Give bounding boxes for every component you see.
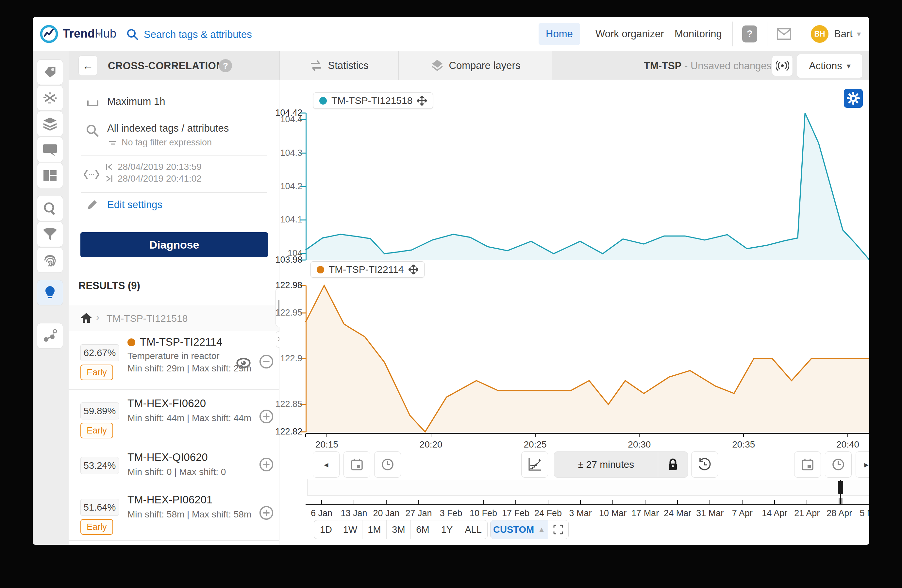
zoom-6m-button[interactable]: 6M: [411, 521, 435, 539]
broadcast-button[interactable]: [772, 55, 793, 76]
zoom-1m-button[interactable]: 1M: [362, 521, 387, 539]
divider: [767, 22, 767, 46]
y-tick-label: 103.98: [272, 255, 302, 265]
brand-chevron-down-icon[interactable]: ▾: [97, 30, 101, 39]
trend-chart-ti22114[interactable]: 122.98122.95122.9122.85122.82: [305, 286, 869, 432]
rail-calculations-icon[interactable]: [37, 86, 63, 110]
step-forward-button[interactable]: ▸: [856, 452, 869, 478]
search-input[interactable]: Search tags & attributes: [144, 29, 252, 41]
brand-name[interactable]: TrendHub: [63, 27, 116, 41]
zoom-3m-button[interactable]: 3M: [387, 521, 411, 539]
zoom-1d-button[interactable]: 1D: [314, 521, 338, 539]
time-range-button[interactable]: ± 27 minutes: [554, 452, 688, 478]
rail-filter-icon[interactable]: [37, 222, 63, 247]
chart-settings-button[interactable]: [844, 89, 863, 108]
compare-layers-button[interactable]: Compare layers: [399, 51, 552, 80]
search-window-value[interactable]: Maximum 1h: [107, 96, 165, 108]
calendar-button[interactable]: [343, 452, 370, 478]
zoom-1w-button[interactable]: 1W: [338, 521, 362, 539]
user-chevron-down-icon[interactable]: ▾: [857, 30, 861, 39]
rail-layout-icon[interactable]: [37, 163, 63, 188]
tab-monitoring[interactable]: Monitoring: [667, 23, 729, 45]
fit-view-button[interactable]: [548, 521, 568, 539]
calendar-button[interactable]: [794, 452, 821, 478]
y-tick-label: 104.4: [272, 114, 302, 125]
home-icon[interactable]: [80, 312, 92, 324]
trend-chart-ti121518[interactable]: 104.42104.4104.3104.2104.1104103.98: [305, 113, 869, 260]
tag-scope-value[interactable]: All indexed tags / attributes: [107, 122, 229, 134]
rail-recommendations-icon[interactable]: [37, 280, 63, 305]
x-tick-label: 20:35: [724, 439, 763, 450]
actions-button[interactable]: Actions ▾: [797, 54, 863, 78]
series-legend[interactable]: TM-TSP-TI121518: [313, 92, 433, 109]
add-circle-icon[interactable]: [259, 457, 274, 472]
x-tick: [847, 434, 848, 437]
diagnose-button[interactable]: Diagnose: [80, 232, 268, 257]
custom-range-button[interactable]: CUSTOM▲: [490, 521, 548, 539]
panel-help-icon[interactable]: ?: [219, 59, 232, 72]
timeline-scrubber-grip[interactable]: [839, 498, 842, 504]
step-back-button[interactable]: ◂: [313, 452, 340, 478]
range-start-value[interactable]: 28/04/2019 20:13:59: [117, 162, 202, 172]
tab-work-organizer[interactable]: Work organizer: [588, 23, 671, 45]
result-shift: Min shift: 0 | Max shift: 0: [127, 466, 268, 478]
x-tick-label: 20:20: [412, 439, 451, 450]
timeline-tick: [418, 500, 419, 504]
x-tick: [431, 434, 431, 437]
zoom-all-button[interactable]: ALL: [459, 521, 487, 539]
result-tag: TM-HEX-QI0620: [127, 451, 208, 463]
gear-icon: [847, 92, 860, 105]
timeline-tick: [386, 500, 387, 504]
timeline-preview-band[interactable]: [307, 479, 869, 496]
y-tick-label: 122.98: [272, 280, 302, 291]
chart-area: TM-TSP-TI121518 TM-TSP-TI22114 104.42104…: [279, 80, 869, 545]
range-end-value[interactable]: 28/04/2019 20:41:02: [117, 174, 202, 184]
result-card[interactable]: TM-HEX-PI06202: [69, 540, 279, 545]
back-button[interactable]: ←: [78, 56, 97, 76]
timeline-tick: [451, 500, 451, 504]
move-icon[interactable]: [409, 264, 418, 274]
rail-search-icon[interactable]: [37, 196, 63, 221]
move-icon[interactable]: [417, 96, 427, 105]
trend-compare-button[interactable]: [521, 452, 548, 478]
tag-filter-value: No tag filter expression: [122, 138, 212, 148]
user-name[interactable]: Bart: [834, 28, 853, 40]
lock-icon[interactable]: [658, 452, 687, 477]
avatar[interactable]: BH: [811, 25, 828, 43]
result-card[interactable]: 51.64% Early TM-HEX-PI06201 Min shift: 5…: [69, 486, 279, 540]
range-end-icon: [105, 175, 113, 183]
series-color-dot: [127, 338, 135, 346]
timeline-tick: [548, 500, 548, 504]
breadcrumb-tag[interactable]: TM-TSP-TI121518: [106, 313, 188, 324]
tab-home[interactable]: Home: [539, 23, 580, 45]
help-icon[interactable]: ?: [742, 25, 757, 42]
early-badge: Early: [80, 519, 113, 535]
timeline-scrubber-handle[interactable]: [838, 481, 843, 494]
clock-button[interactable]: [374, 452, 401, 478]
y-tick-label: 104.2: [272, 181, 302, 191]
rail-tag-icon[interactable]: [37, 60, 63, 84]
clock-button[interactable]: [825, 452, 852, 478]
result-card[interactable]: 53.24% TM-HEX-QI0620 Min shift: 0 | Max …: [69, 444, 279, 486]
trendhub-logo-icon: [40, 25, 58, 43]
rail-comments-icon[interactable]: [37, 137, 63, 162]
statistics-button[interactable]: Statistics: [279, 51, 399, 80]
zoom-1y-button[interactable]: 1Y: [435, 521, 459, 539]
series-color-dot: [317, 266, 324, 274]
result-card[interactable]: 59.89% Early TM-HEX-FI0620 Min shift: 44…: [69, 389, 279, 444]
rail-context-icon[interactable]: [37, 324, 63, 348]
rail-layers-icon[interactable]: [37, 111, 63, 136]
x-tick: [743, 434, 744, 437]
x-tick-label: 20:25: [516, 439, 555, 450]
result-card[interactable]: 62.67% Early TM-TSP-TI22114 Temperature …: [69, 332, 279, 389]
result-shift: Min shift: 44m | Max shift: 44m: [127, 412, 268, 424]
mail-icon[interactable]: [777, 28, 791, 40]
history-button[interactable]: [691, 452, 718, 478]
edit-settings-link[interactable]: Edit settings: [107, 199, 163, 211]
add-circle-icon[interactable]: [259, 505, 274, 521]
correlation-pct-badge: 62.67%: [80, 344, 119, 361]
visibility-eye-icon[interactable]: [236, 355, 251, 371]
series-legend[interactable]: TM-TSP-TI22114: [310, 261, 424, 278]
add-circle-icon[interactable]: [259, 409, 274, 424]
rail-fingerprint-icon[interactable]: [37, 248, 63, 272]
